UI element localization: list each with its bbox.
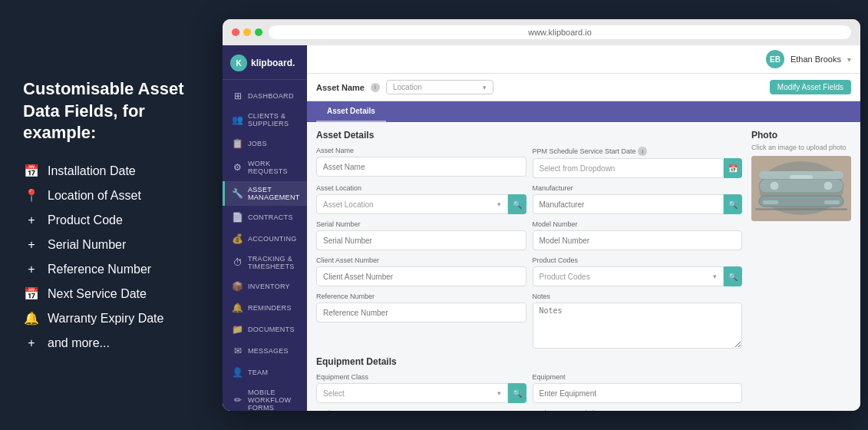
maximize-dot[interactable] [255,28,262,36]
nav-icon-reminders: 🔔 [233,303,243,313]
product-codes-input-group: Product Codes ▾ 🔍 [533,266,743,286]
asset-name-field[interactable] [316,157,526,177]
model-number-label: Model Number [533,220,743,228]
nav-label-tracking: Tracking & Timesheets [248,255,299,270]
nav-icon-contracts: 📄 [233,212,243,223]
tab-asset-details[interactable]: Asset Details [316,101,386,122]
nav-label-contracts: Contracts [248,213,293,221]
logo-text: klipboard. [251,58,295,68]
notes-label: Notes [533,293,743,300]
ppm-select[interactable]: Select from Dropdown [533,158,724,178]
feature-icon-location: 📍 [23,187,40,204]
sidebar-logo: K klipboard. [223,45,307,80]
reference-number-field[interactable] [316,303,526,322]
feature-icon-product-code: + [23,212,40,229]
top-bar: EB Ethan Brooks ▾ [307,45,860,74]
nav-icon-mobile-workflow: ✏ [233,395,243,405]
feature-item-product-code: +Product Code [23,212,207,229]
minimize-dot[interactable] [243,28,251,36]
address-bar[interactable]: www.klipboard.io [269,25,851,39]
manufacturer-search-btn[interactable]: 🔍 [724,194,742,214]
notes-field[interactable] [533,303,743,349]
sidebar-item-dashboard[interactable]: ⊞Dashboard [223,86,307,106]
sidebar-item-messages[interactable]: ✉Messages [223,341,307,361]
product-codes-search-btn[interactable]: 🔍 [724,266,742,286]
sidebar-item-accounting[interactable]: 💰Accounting [223,229,307,249]
manufacturer-input-group: 🔍 [533,194,743,214]
photo-illustration [751,156,851,221]
product-codes-select[interactable]: Product Codes ▾ [533,266,724,286]
asset-location-group: Asset Location Asset Location ▾ 🔍 [316,184,526,214]
serial-number-label: Serial Number [316,220,526,228]
nav-icon-team: 👤 [233,367,243,378]
sidebar-item-clients[interactable]: 👥Clients & Suppliers [223,108,307,132]
equipment-details-grid: Equipment Class Select ▾ 🔍 [316,373,742,411]
ppm-calendar-btn[interactable]: 📅 [724,158,742,178]
asset-location-label: Asset Location [316,184,526,192]
asset-location-input-group: Asset Location ▾ 🔍 [316,194,526,214]
nav-label-accounting: Accounting [248,235,297,243]
nav-icon-documents: 📁 [233,324,243,335]
sidebar-item-team[interactable]: 👤Team [223,362,307,382]
sidebar-item-documents[interactable]: 📁Documents [223,319,307,339]
feature-item-more: +and more... [23,335,207,352]
model-number-field[interactable] [533,230,743,250]
nav-icon-dashboard: ⊞ [233,91,243,101]
close-dot[interactable] [232,28,239,36]
equipment-class-value: Select [323,389,345,398]
asset-name-select[interactable]: Location ▾ [386,80,493,94]
asset-location-select[interactable]: Asset Location ▾ [316,194,508,214]
asset-details-form: Asset Details Asset Name PPM Schedule Se… [316,130,742,411]
asset-details-title: Asset Details [316,130,742,141]
ppm-input-group: Select from Dropdown 📅 [533,158,743,178]
sidebar-item-asset-management[interactable]: 🔧Asset Management [223,181,307,206]
nav-icon-work-requests: ⚙ [233,162,243,173]
asset-name-value: Location [393,83,422,91]
nav-icon-inventory: 📦 [233,281,243,292]
sidebar-item-tracking[interactable]: ⏱Tracking & Timesheets [223,250,307,275]
product-codes-chevron: ▾ [713,273,717,280]
left-panel-heading: Customisable Asset Data Fields, for exam… [23,78,207,144]
feature-label-product-code: Product Code [48,213,123,227]
photo-upload-area[interactable] [751,156,851,221]
sidebar-item-contracts[interactable]: 📄Contracts [223,207,307,227]
equipment-class-btn[interactable]: 🔍 [508,383,526,403]
feature-item-location: 📍Location of Asset [23,187,207,204]
sidebar-item-work-requests[interactable]: ⚙Work Requests [223,155,307,180]
modify-asset-fields-button[interactable]: Modify Asset Fields [770,80,851,94]
asset-name-group: Asset Name [316,147,526,178]
manufacturer-field[interactable] [533,194,724,214]
sidebar-item-mobile-workflow[interactable]: ✏Mobile Workflow Forms [223,384,307,411]
nav-label-documents: Documents [248,326,295,333]
browser-chrome: www.klipboard.io [223,19,860,45]
logo-icon: K [230,55,247,71]
tab-bar: Asset Details [307,101,860,122]
asset-name-bar: Asset Name i Location ▾ Modify Asset Fie… [307,74,860,101]
app-container: K klipboard. ⊞Dashboard👥Clients & Suppli… [223,45,860,411]
equipment-class-group: Equipment Class Select ▾ 🔍 [316,373,526,403]
serial-number-field[interactable] [316,230,526,250]
sidebar-item-inventory[interactable]: 📦Inventory [223,276,307,296]
asset-location-search-btn[interactable]: 🔍 [508,194,526,214]
equipment-field[interactable] [533,383,743,403]
photo-section: Photo Click an image to upload photo [751,130,851,411]
product-codes-group: Product Codes Product Codes ▾ 🔍 [533,256,743,286]
nav-label-team: Team [248,369,268,376]
asset-location-value: Asset Location [323,200,374,209]
nav-icon-messages: ✉ [233,346,243,356]
user-chevron-icon: ▾ [847,55,851,64]
feature-label-reference-number: Reference Number [48,263,151,276]
nav-label-clients: Clients & Suppliers [248,112,299,127]
manufacturer-label: Manufacturer [533,184,743,192]
equipment-category-label: Equipment Category [316,409,526,411]
client-asset-field[interactable] [316,266,526,286]
ppm-value: Select from Dropdown [540,164,616,173]
nav-label-work-requests: Work Requests [248,160,299,175]
equipment-class-label: Equipment Class [316,373,526,381]
product-codes-value: Product Codes [540,273,590,281]
sidebar-item-jobs[interactable]: 📋Jobs [223,134,307,154]
equipment-class-select[interactable]: Select ▾ [316,383,508,403]
feature-icon-warranty: 🔔 [23,310,40,327]
sidebar-item-reminders[interactable]: 🔔Reminders [223,298,307,318]
equipment-class-input-group: Select ▾ 🔍 [316,383,526,403]
